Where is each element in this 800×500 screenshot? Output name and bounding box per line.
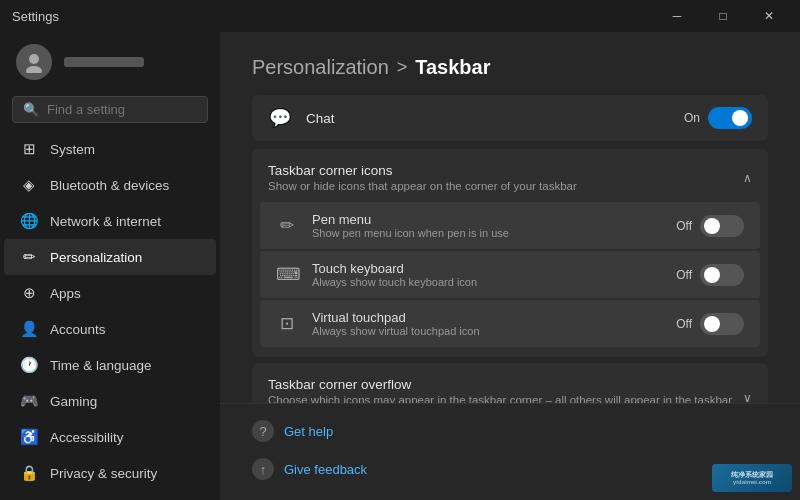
sidebar-item-bluetooth[interactable]: ◈ Bluetooth & devices xyxy=(4,167,216,203)
corner-icon-toggle-0[interactable] xyxy=(700,215,744,237)
corner-icon-toggle-label-1: Off xyxy=(676,268,692,282)
bottom-link-icon-0: ? xyxy=(252,420,274,442)
watermark-text: 纯净系统家园 yidaimei.com xyxy=(731,470,773,487)
sidebar-item-network-label: Network & internet xyxy=(50,214,161,229)
sidebar-item-time[interactable]: 🕐 Time & language xyxy=(4,347,216,383)
corner-icon-right-2: Off xyxy=(676,313,744,335)
bluetooth-icon: ◈ xyxy=(20,176,38,194)
search-icon: 🔍 xyxy=(23,102,39,117)
chat-icon: 💬 xyxy=(268,107,292,129)
gaming-icon: 🎮 xyxy=(20,392,38,410)
svg-point-0 xyxy=(29,54,39,64)
sidebar-item-accessibility[interactable]: ♿ Accessibility xyxy=(4,419,216,455)
content-scroll: 💬 Chat On Taskbar corner icons Show or h… xyxy=(220,95,800,403)
main-content: Personalization > Taskbar 💬 Chat On xyxy=(220,32,800,500)
avatar[interactable] xyxy=(16,44,52,80)
bottom-link-icon-1: ↑ xyxy=(252,458,274,480)
corner-icon-text-2: Virtual touchpad Always show virtual tou… xyxy=(312,310,480,337)
sidebar-item-network[interactable]: 🌐 Network & internet xyxy=(4,203,216,239)
corner-icon-1: ⌨ xyxy=(276,264,298,285)
corner-icon-item-left-1: ⌨ Touch keyboard Always show touch keybo… xyxy=(276,261,477,288)
search-box[interactable]: 🔍 xyxy=(12,96,208,123)
bottom-link-label-0: Get help xyxy=(284,424,333,439)
taskbar-corner-icons-items: ✏ Pen menu Show pen menu icon when pen i… xyxy=(252,202,768,357)
sidebar-item-apps[interactable]: ⊕ Apps xyxy=(4,275,216,311)
sidebar-item-time-label: Time & language xyxy=(50,358,152,373)
corner-icon-item-2: ⊡ Virtual touchpad Always show virtual t… xyxy=(260,300,760,347)
corner-icon-item-1: ⌨ Touch keyboard Always show touch keybo… xyxy=(260,251,760,298)
chat-row: 💬 Chat On xyxy=(252,95,768,141)
search-input[interactable] xyxy=(47,102,215,117)
corner-icon-subtitle-1: Always show touch keyboard icon xyxy=(312,276,477,288)
minimize-button[interactable]: ─ xyxy=(654,0,700,32)
svg-point-1 xyxy=(26,66,42,73)
corner-icon-toggle-knob-1 xyxy=(704,267,720,283)
corner-icon-text-1: Touch keyboard Always show touch keyboar… xyxy=(312,261,477,288)
corner-icon-toggle-label-2: Off xyxy=(676,317,692,331)
accessibility-icon: ♿ xyxy=(20,428,38,446)
personalization-icon: ✏ xyxy=(20,248,38,266)
corner-icon-item-0: ✏ Pen menu Show pen menu icon when pen i… xyxy=(260,202,760,249)
corner-icon-text-0: Pen menu Show pen menu icon when pen is … xyxy=(312,212,509,239)
taskbar-corner-icons-title: Taskbar corner icons xyxy=(268,163,577,178)
corner-icon-0: ✏ xyxy=(276,215,298,236)
chat-row-left: 💬 Chat xyxy=(268,107,335,129)
corner-icon-title-2: Virtual touchpad xyxy=(312,310,480,325)
titlebar-controls: ─ □ ✕ xyxy=(654,0,792,32)
chat-row-right: On xyxy=(684,107,752,129)
taskbar-corner-overflow-chevron: ∨ xyxy=(743,391,752,404)
taskbar-corner-icons-chevron: ∧ xyxy=(743,171,752,185)
time-icon: 🕐 xyxy=(20,356,38,374)
content-header: Personalization > Taskbar xyxy=(220,32,800,95)
corner-icon-toggle-knob-2 xyxy=(704,316,720,332)
nav-items: ⊞ System ◈ Bluetooth & devices 🌐 Network… xyxy=(0,131,220,492)
chat-title: Chat xyxy=(306,111,335,126)
titlebar-left: Settings xyxy=(12,9,59,24)
corner-icon-toggle-label-0: Off xyxy=(676,219,692,233)
sidebar-item-update[interactable]: ⟳ Windows Update xyxy=(4,491,216,492)
maximize-button[interactable]: □ xyxy=(700,0,746,32)
corner-icon-right-0: Off xyxy=(676,215,744,237)
sidebar-item-accounts[interactable]: 👤 Accounts xyxy=(4,311,216,347)
taskbar-corner-icons-section: Taskbar corner icons Show or hide icons … xyxy=(252,149,768,357)
apps-icon: ⊕ xyxy=(20,284,38,302)
corner-icon-item-left-0: ✏ Pen menu Show pen menu icon when pen i… xyxy=(276,212,509,239)
sidebar-item-privacy[interactable]: 🔒 Privacy & security xyxy=(4,455,216,491)
taskbar-corner-overflow-subtitle: Choose which icons may appear in the tas… xyxy=(268,394,743,403)
sidebar-item-system-label: System xyxy=(50,142,95,157)
user-name-bar xyxy=(64,57,144,67)
accounts-icon: 👤 xyxy=(20,320,38,338)
corner-icon-2: ⊡ xyxy=(276,313,298,334)
corner-icon-toggle-1[interactable] xyxy=(700,264,744,286)
taskbar-corner-overflow-section[interactable]: Taskbar corner overflow Choose which ico… xyxy=(252,363,768,403)
system-icon: ⊞ xyxy=(20,140,38,158)
sidebar-item-accessibility-label: Accessibility xyxy=(50,430,124,445)
watermark: 纯净系统家园 yidaimei.com xyxy=(712,464,792,492)
sidebar-header xyxy=(0,32,220,88)
sidebar-item-privacy-label: Privacy & security xyxy=(50,466,157,481)
breadcrumb: Personalization > Taskbar xyxy=(252,56,768,79)
sidebar-item-personalization[interactable]: ✏ Personalization xyxy=(4,239,216,275)
chat-toggle-label: On xyxy=(684,111,700,125)
taskbar-corner-overflow-title: Taskbar corner overflow xyxy=(268,377,743,392)
corner-icon-subtitle-2: Always show virtual touchpad icon xyxy=(312,325,480,337)
sidebar-item-gaming[interactable]: 🎮 Gaming xyxy=(4,383,216,419)
corner-icon-subtitle-0: Show pen menu icon when pen is in use xyxy=(312,227,509,239)
corner-icon-item-left-2: ⊡ Virtual touchpad Always show virtual t… xyxy=(276,310,480,337)
app-body: 🔍 ⊞ System ◈ Bluetooth & devices 🌐 Netwo… xyxy=(0,32,800,500)
privacy-icon: 🔒 xyxy=(20,464,38,482)
bottom-link-1[interactable]: ↑ Give feedback xyxy=(252,450,768,488)
close-button[interactable]: ✕ xyxy=(746,0,792,32)
bottom-link-0[interactable]: ? Get help xyxy=(252,412,768,450)
taskbar-corner-icons-header[interactable]: Taskbar corner icons Show or hide icons … xyxy=(252,149,768,202)
sidebar-item-gaming-label: Gaming xyxy=(50,394,97,409)
sidebar-item-system[interactable]: ⊞ System xyxy=(4,131,216,167)
corner-icon-right-1: Off xyxy=(676,264,744,286)
taskbar-corner-icons-subtitle: Show or hide icons that appear on the co… xyxy=(268,180,577,192)
breadcrumb-separator: > xyxy=(397,57,408,78)
sidebar-item-bluetooth-label: Bluetooth & devices xyxy=(50,178,169,193)
chat-toggle[interactable] xyxy=(708,107,752,129)
breadcrumb-current: Taskbar xyxy=(415,56,490,79)
corner-icon-toggle-2[interactable] xyxy=(700,313,744,335)
bottom-link-label-1: Give feedback xyxy=(284,462,367,477)
